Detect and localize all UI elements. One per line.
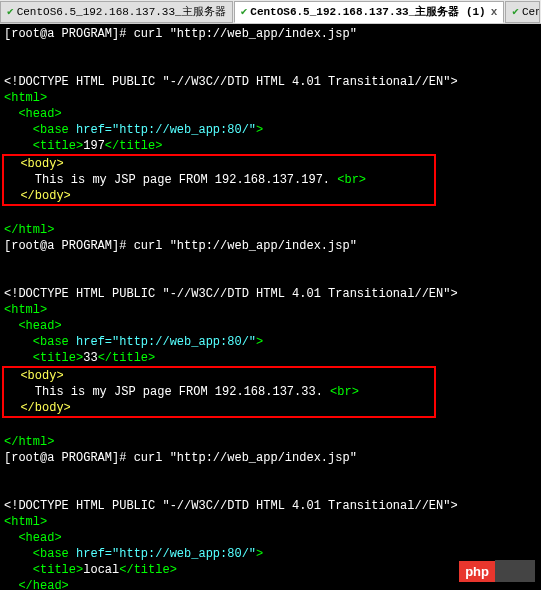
base-open: <base <box>33 335 76 349</box>
html-open: <html> <box>4 515 47 529</box>
title-text: 33 <box>83 351 97 365</box>
body-close: </body> <box>20 401 70 415</box>
shell-prompt: [root@a PROGRAM]# <box>4 27 126 41</box>
base-open: <base <box>33 123 76 137</box>
check-icon: ✔ <box>7 5 14 18</box>
head-open: <head> <box>18 107 61 121</box>
watermark-text: php <box>459 561 495 582</box>
doctype-line: <!DOCTYPE HTML PUBLIC "-//W3C//DTD HTML … <box>4 287 458 301</box>
base-attr: href="http://web_app:80/" <box>76 335 256 349</box>
terminal-tab-2-active[interactable]: ✔ CentOS6.5_192.168.137.33_主服务器 (1) x <box>234 1 505 23</box>
head-close: </head> <box>18 579 68 590</box>
terminal-output[interactable]: [root@a PROGRAM]# curl "http://web_app/i… <box>0 24 541 590</box>
head-open: <head> <box>18 531 61 545</box>
highlight-box-1: <body> This is my JSP page FROM 192.168.… <box>2 154 436 206</box>
html-open: <html> <box>4 91 47 105</box>
tab-label: CentOS6.5_192.168.137.33_主服务器 (1) <box>250 4 485 19</box>
body-open: <body> <box>20 157 63 171</box>
shell-prompt: [root@a PROGRAM]# <box>4 239 126 253</box>
title-close: </title> <box>105 139 163 153</box>
br-tag: <br> <box>330 385 359 399</box>
command: curl <box>134 451 163 465</box>
url-arg: "http://web_app/index.jsp" <box>170 27 357 41</box>
check-icon: ✔ <box>512 5 519 18</box>
tab-bar: ✔ CentOS6.5_192.168.137.33_主服务器 ✔ CentOS… <box>0 0 541 24</box>
command: curl <box>134 27 163 41</box>
html-close: </html> <box>4 223 54 237</box>
tab-label: CentOS <box>522 6 540 18</box>
body-text: This is my JSP page FROM 192.168.137.33. <box>35 385 330 399</box>
watermark-suffix <box>495 560 535 582</box>
title-open: <title> <box>33 563 83 577</box>
base-close: > <box>256 547 263 561</box>
terminal-tab-3[interactable]: ✔ CentOS <box>505 1 540 23</box>
html-close: </html> <box>4 435 54 449</box>
watermark: php <box>459 560 535 582</box>
command: curl <box>134 239 163 253</box>
title-text: 197 <box>83 139 105 153</box>
title-close: </title> <box>98 351 156 365</box>
title-close: </title> <box>119 563 177 577</box>
html-open: <html> <box>4 303 47 317</box>
body-close: </body> <box>20 189 70 203</box>
url-arg: "http://web_app/index.jsp" <box>170 451 357 465</box>
terminal-tab-1[interactable]: ✔ CentOS6.5_192.168.137.33_主服务器 <box>0 1 233 23</box>
doctype-line: <!DOCTYPE HTML PUBLIC "-//W3C//DTD HTML … <box>4 499 458 513</box>
body-text: This is my JSP page FROM 192.168.137.197… <box>35 173 337 187</box>
title-text: local <box>83 563 119 577</box>
head-open: <head> <box>18 319 61 333</box>
close-icon[interactable]: x <box>491 6 498 18</box>
highlight-box-2: <body> This is my JSP page FROM 192.168.… <box>2 366 436 418</box>
doctype-line: <!DOCTYPE HTML PUBLIC "-//W3C//DTD HTML … <box>4 75 458 89</box>
base-close: > <box>256 123 263 137</box>
tab-label: CentOS6.5_192.168.137.33_主服务器 <box>17 4 226 19</box>
shell-prompt: [root@a PROGRAM]# <box>4 451 126 465</box>
check-icon: ✔ <box>241 5 248 18</box>
base-attr: href="http://web_app:80/" <box>76 123 256 137</box>
url-arg: "http://web_app/index.jsp" <box>170 239 357 253</box>
base-open: <base <box>33 547 76 561</box>
base-attr: href="http://web_app:80/" <box>76 547 256 561</box>
title-open: <title> <box>33 139 83 153</box>
base-close: > <box>256 335 263 349</box>
br-tag: <br> <box>337 173 366 187</box>
body-open: <body> <box>20 369 63 383</box>
title-open: <title> <box>33 351 83 365</box>
